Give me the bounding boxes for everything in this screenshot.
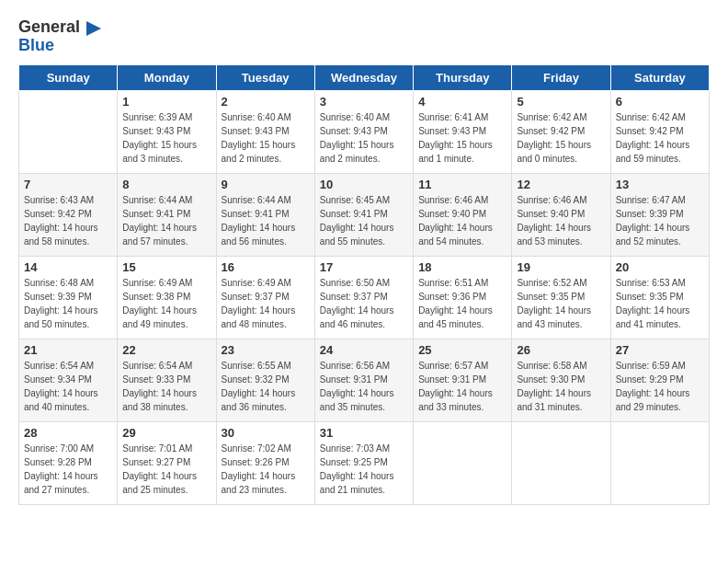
day-info: Sunrise: 6:59 AMSunset: 9:29 PMDaylight:…	[616, 359, 704, 414]
day-number: 22	[122, 343, 210, 357]
day-info: Sunrise: 6:42 AMSunset: 9:42 PMDaylight:…	[517, 110, 605, 166]
day-info: Sunrise: 6:44 AMSunset: 9:41 PMDaylight:…	[122, 193, 210, 248]
day-info: Sunrise: 6:58 AMSunset: 9:30 PMDaylight:…	[517, 359, 605, 414]
calendar-cell: 31Sunrise: 7:03 AMSunset: 9:25 PMDayligh…	[314, 421, 413, 504]
calendar-cell: 11Sunrise: 6:46 AMSunset: 9:40 PMDayligh…	[414, 173, 512, 256]
calendar-table: SundayMondayTuesdayWednesdayThursdayFrid…	[18, 64, 710, 505]
calendar-week-5: 28Sunrise: 7:00 AMSunset: 9:28 PMDayligh…	[19, 421, 710, 504]
calendar-cell	[512, 421, 610, 504]
calendar-cell: 12Sunrise: 6:46 AMSunset: 9:40 PMDayligh…	[512, 173, 610, 256]
day-number: 11	[418, 178, 506, 191]
day-info: Sunrise: 6:40 AMSunset: 9:43 PMDaylight:…	[222, 110, 310, 166]
day-header-sunday: Sunday	[19, 64, 118, 90]
calendar-body: 1Sunrise: 6:39 AMSunset: 9:43 PMDaylight…	[19, 90, 710, 504]
day-header-wednesday: Wednesday	[314, 64, 413, 90]
day-info: Sunrise: 6:48 AMSunset: 9:39 PMDaylight:…	[24, 276, 112, 331]
calendar-cell: 9Sunrise: 6:44 AMSunset: 9:41 PMDaylight…	[216, 173, 314, 256]
calendar-cell	[610, 421, 709, 504]
calendar-cell: 28Sunrise: 7:00 AMSunset: 9:28 PMDayligh…	[19, 421, 118, 504]
day-number: 31	[320, 426, 408, 440]
calendar-cell: 22Sunrise: 6:54 AMSunset: 9:33 PMDayligh…	[118, 339, 216, 421]
day-number: 12	[517, 178, 605, 191]
day-number: 10	[320, 178, 408, 191]
day-info: Sunrise: 6:50 AMSunset: 9:37 PMDaylight:…	[320, 276, 408, 331]
day-info: Sunrise: 6:45 AMSunset: 9:41 PMDaylight:…	[320, 193, 408, 248]
calendar-cell: 25Sunrise: 6:57 AMSunset: 9:31 PMDayligh…	[414, 339, 512, 421]
calendar-cell: 2Sunrise: 6:40 AMSunset: 9:43 PMDaylight…	[216, 90, 314, 173]
day-number: 13	[616, 178, 704, 191]
calendar-cell: 21Sunrise: 6:54 AMSunset: 9:34 PMDayligh…	[19, 339, 118, 421]
calendar-cell: 10Sunrise: 6:45 AMSunset: 9:41 PMDayligh…	[314, 173, 413, 256]
calendar-header: SundayMondayTuesdayWednesdayThursdayFrid…	[19, 64, 710, 90]
day-number: 21	[24, 343, 112, 357]
calendar-cell	[19, 90, 118, 173]
day-number: 23	[222, 343, 310, 357]
calendar-cell: 8Sunrise: 6:44 AMSunset: 9:41 PMDaylight…	[118, 173, 216, 256]
calendar-cell: 20Sunrise: 6:53 AMSunset: 9:35 PMDayligh…	[610, 256, 709, 339]
day-number: 15	[122, 260, 210, 274]
calendar-week-2: 7Sunrise: 6:43 AMSunset: 9:42 PMDaylight…	[19, 173, 710, 256]
calendar-cell: 6Sunrise: 6:42 AMSunset: 9:42 PMDaylight…	[610, 90, 709, 173]
calendar-cell: 1Sunrise: 6:39 AMSunset: 9:43 PMDaylight…	[118, 90, 216, 173]
calendar-cell: 17Sunrise: 6:50 AMSunset: 9:37 PMDayligh…	[314, 256, 413, 339]
day-number: 6	[616, 95, 704, 109]
day-info: Sunrise: 6:54 AMSunset: 9:34 PMDaylight:…	[24, 359, 112, 414]
logo-text-blue: Blue	[18, 36, 54, 54]
calendar-cell: 24Sunrise: 6:56 AMSunset: 9:31 PMDayligh…	[314, 339, 413, 421]
day-number: 19	[517, 260, 605, 274]
day-number: 14	[24, 260, 112, 274]
calendar-cell: 5Sunrise: 6:42 AMSunset: 9:42 PMDaylight…	[512, 90, 610, 173]
day-info: Sunrise: 6:46 AMSunset: 9:40 PMDaylight:…	[517, 193, 605, 248]
day-number: 16	[222, 260, 310, 274]
calendar-cell: 19Sunrise: 6:52 AMSunset: 9:35 PMDayligh…	[512, 256, 610, 339]
day-info: Sunrise: 6:47 AMSunset: 9:39 PMDaylight:…	[616, 193, 704, 248]
logo-text-general: General	[18, 17, 80, 36]
calendar-cell: 30Sunrise: 7:02 AMSunset: 9:26 PMDayligh…	[216, 421, 314, 504]
day-number: 9	[222, 178, 310, 191]
calendar-cell: 26Sunrise: 6:58 AMSunset: 9:30 PMDayligh…	[512, 339, 610, 421]
day-number: 7	[24, 178, 112, 191]
calendar-cell: 15Sunrise: 6:49 AMSunset: 9:38 PMDayligh…	[118, 256, 216, 339]
day-number: 29	[122, 426, 210, 440]
day-number: 8	[122, 178, 210, 191]
day-number: 27	[616, 343, 704, 357]
day-info: Sunrise: 6:57 AMSunset: 9:31 PMDaylight:…	[418, 359, 506, 414]
day-number: 2	[222, 95, 310, 109]
calendar-cell: 4Sunrise: 6:41 AMSunset: 9:43 PMDaylight…	[414, 90, 512, 173]
day-info: Sunrise: 6:39 AMSunset: 9:43 PMDaylight:…	[122, 110, 210, 166]
day-number: 3	[320, 95, 408, 109]
calendar-cell: 13Sunrise: 6:47 AMSunset: 9:39 PMDayligh…	[610, 173, 709, 256]
day-number: 4	[418, 95, 506, 109]
day-header-tuesday: Tuesday	[216, 64, 314, 90]
calendar-cell: 7Sunrise: 6:43 AMSunset: 9:42 PMDaylight…	[19, 173, 118, 256]
day-info: Sunrise: 6:41 AMSunset: 9:43 PMDaylight:…	[418, 110, 506, 166]
calendar-cell: 14Sunrise: 6:48 AMSunset: 9:39 PMDayligh…	[19, 256, 118, 339]
day-info: Sunrise: 6:46 AMSunset: 9:40 PMDaylight:…	[418, 193, 506, 248]
day-header-monday: Monday	[118, 64, 216, 90]
calendar-cell: 3Sunrise: 6:40 AMSunset: 9:43 PMDaylight…	[314, 90, 413, 173]
day-number: 20	[616, 260, 704, 274]
day-info: Sunrise: 7:01 AMSunset: 9:27 PMDaylight:…	[122, 442, 210, 497]
calendar-week-1: 1Sunrise: 6:39 AMSunset: 9:43 PMDaylight…	[19, 90, 710, 173]
calendar-cell: 27Sunrise: 6:59 AMSunset: 9:29 PMDayligh…	[610, 339, 709, 421]
day-info: Sunrise: 6:54 AMSunset: 9:33 PMDaylight:…	[122, 359, 210, 414]
calendar-week-3: 14Sunrise: 6:48 AMSunset: 9:39 PMDayligh…	[19, 256, 710, 339]
svg-marker-0	[86, 21, 101, 36]
days-header-row: SundayMondayTuesdayWednesdayThursdayFrid…	[19, 64, 710, 90]
day-number: 30	[222, 426, 310, 440]
day-number: 17	[320, 260, 408, 274]
day-info: Sunrise: 6:42 AMSunset: 9:42 PMDaylight:…	[616, 110, 704, 166]
calendar-cell: 29Sunrise: 7:01 AMSunset: 9:27 PMDayligh…	[118, 421, 216, 504]
day-number: 5	[517, 95, 605, 109]
calendar-cell: 18Sunrise: 6:51 AMSunset: 9:36 PMDayligh…	[414, 256, 512, 339]
calendar-cell: 23Sunrise: 6:55 AMSunset: 9:32 PMDayligh…	[216, 339, 314, 421]
day-info: Sunrise: 7:03 AMSunset: 9:25 PMDaylight:…	[320, 442, 408, 497]
day-header-saturday: Saturday	[610, 64, 709, 90]
day-number: 28	[24, 426, 112, 440]
logo: General Blue	[18, 18, 101, 55]
day-number: 26	[517, 343, 605, 357]
calendar-cell: 16Sunrise: 6:49 AMSunset: 9:37 PMDayligh…	[216, 256, 314, 339]
day-info: Sunrise: 6:49 AMSunset: 9:37 PMDaylight:…	[222, 276, 310, 331]
day-info: Sunrise: 6:49 AMSunset: 9:38 PMDaylight:…	[122, 276, 210, 331]
day-info: Sunrise: 6:40 AMSunset: 9:43 PMDaylight:…	[320, 110, 408, 166]
